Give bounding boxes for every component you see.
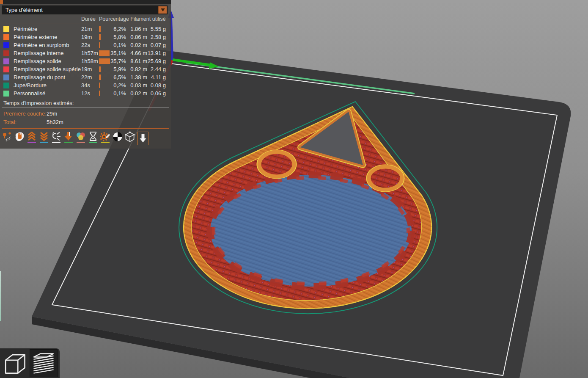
percent-value: 5,8% bbox=[110, 34, 126, 40]
percent-bar-zone bbox=[99, 91, 110, 96]
filament-length: 8.61 m bbox=[126, 58, 147, 64]
filament-weight: 0.06 g bbox=[147, 90, 166, 97]
percent-value: 5,9% bbox=[110, 66, 126, 72]
feature-label: Périmètre externe bbox=[14, 34, 81, 40]
feature-label: Remplissage solide supérieur bbox=[14, 66, 81, 72]
color-swatch bbox=[3, 74, 9, 80]
first-layer-value: 29m bbox=[47, 110, 57, 117]
feature-row-jupe-bordure[interactable]: Jupe/Bordure 34s 0,2% 0.03 m 0.08 g bbox=[0, 81, 171, 89]
feature-row-remplissage-solide[interactable]: Remplissage solide 1h58m 35,7% 8.61 m 25… bbox=[0, 57, 171, 65]
duration-value: 1h57m bbox=[81, 50, 99, 56]
duration-value: 22m bbox=[81, 74, 99, 80]
feature-label: Remplissage du pont bbox=[14, 74, 81, 80]
filament-weight: 2.58 g bbox=[147, 34, 166, 40]
view-type-dropdown[interactable]: Type d'élément bbox=[2, 6, 168, 14]
color-swatch bbox=[3, 50, 9, 56]
custom-gcode-icon[interactable] bbox=[99, 131, 111, 148]
chevron-down-icon bbox=[161, 8, 165, 11]
percent-bar-zone bbox=[99, 34, 110, 40]
duration-value: 19m bbox=[81, 34, 99, 40]
percent-bar-zone bbox=[99, 83, 110, 88]
filament-weight: 4.11 g bbox=[147, 74, 166, 80]
cube-icon bbox=[3, 351, 27, 375]
dropdown-arrow-button[interactable] bbox=[158, 6, 167, 14]
feature-label: Remplissage solide bbox=[14, 58, 81, 64]
feature-label: Remplissage interne bbox=[14, 50, 81, 56]
header-percentage: Pourcentage bbox=[99, 16, 128, 22]
percent-bar bbox=[99, 66, 101, 72]
percent-bar bbox=[99, 74, 101, 80]
first-layer-label: Première couche: bbox=[3, 110, 47, 117]
percent-bar bbox=[99, 58, 110, 64]
editor-3d-view-button[interactable] bbox=[1, 350, 28, 377]
percent-bar bbox=[99, 83, 100, 88]
percent-bar-zone bbox=[99, 50, 110, 56]
z-axis bbox=[171, 17, 172, 60]
wipe-icon[interactable] bbox=[13, 131, 25, 148]
shells-icon[interactable] bbox=[124, 131, 136, 148]
duration-value: 21m bbox=[81, 26, 99, 32]
percent-value: 0,1% bbox=[110, 90, 126, 97]
filament-weight: 0.07 g bbox=[147, 42, 166, 48]
header-duration: Durée bbox=[81, 16, 96, 22]
layers-icon bbox=[31, 351, 56, 375]
total-label: Total: bbox=[3, 119, 16, 125]
percent-bar-zone bbox=[99, 58, 110, 64]
feature-rows: Périmètre 21m 6,2% 1.86 m 5.55 g Périmèt… bbox=[0, 25, 171, 97]
feature-row-perimetre[interactable]: Périmètre 21m 6,2% 1.86 m 5.55 g bbox=[0, 25, 171, 33]
header-filament: Filament utilisé bbox=[129, 16, 167, 22]
filament-length: 0.03 m bbox=[126, 82, 147, 88]
color-changes-icon[interactable] bbox=[74, 131, 87, 148]
percent-bar-zone bbox=[99, 66, 110, 72]
filament-length: 1.38 m bbox=[126, 74, 147, 80]
feature-label: Personnalisé bbox=[14, 90, 81, 97]
feature-row-remplissage-solide-superieur[interactable]: Remplissage solide supérieur 19m 5,9% 0.… bbox=[0, 65, 171, 73]
feature-row-perimetre-surplomb[interactable]: Périmètre en surplomb 22s 0,1% 0.02 m 0.… bbox=[0, 41, 171, 49]
seams-icon[interactable] bbox=[50, 131, 62, 148]
total-value: 5h32m bbox=[47, 119, 63, 125]
filament-weight: 2.44 g bbox=[147, 66, 166, 72]
retractions-icon[interactable] bbox=[25, 131, 38, 148]
feature-label: Périmètre en surplomb bbox=[14, 42, 81, 48]
deretractions-icon[interactable] bbox=[38, 131, 50, 148]
color-swatch bbox=[3, 91, 9, 97]
top-orange-marker bbox=[0, 0, 3, 4]
tool-marker-icon[interactable] bbox=[137, 132, 148, 145]
travel-moves-icon[interactable] bbox=[1, 131, 13, 148]
percent-value: 35,1% bbox=[110, 50, 126, 56]
feature-row-remplissage-interne[interactable]: Remplissage interne 1h57m 35,1% 4.66 m 1… bbox=[0, 49, 171, 57]
divider bbox=[2, 108, 169, 108]
color-swatch bbox=[3, 26, 9, 32]
percent-value: 6,2% bbox=[110, 26, 126, 32]
filament-length: 0.02 m bbox=[126, 42, 147, 48]
preview-layers-view-button[interactable] bbox=[30, 349, 58, 377]
table-header: Durée Pourcentage Filament utilisé bbox=[0, 16, 171, 23]
view-type-value: Type d'élément bbox=[2, 7, 43, 13]
percent-bar bbox=[99, 26, 101, 32]
first-layer-row: Première couche: 29m bbox=[3, 110, 168, 118]
duration-value: 34s bbox=[81, 82, 99, 88]
percent-bar bbox=[99, 42, 100, 48]
total-row: Total: 5h32m bbox=[3, 119, 168, 127]
percent-bar bbox=[99, 91, 100, 96]
percent-bar bbox=[99, 34, 101, 40]
circle-hole-left bbox=[257, 150, 296, 178]
filament-weight: 5.55 g bbox=[147, 26, 166, 32]
feature-row-remplissage-du-pont[interactable]: Remplissage du pont 22m 6,5% 1.38 m 4.11… bbox=[0, 73, 171, 81]
circle-hole-right bbox=[367, 165, 404, 191]
filament-weight: 13.91 g bbox=[147, 50, 166, 56]
color-swatch bbox=[3, 58, 9, 64]
divider bbox=[2, 24, 169, 24]
feature-row-personnalise[interactable]: Personnalisé 12s 0,1% 0.02 m 0.06 g bbox=[0, 89, 171, 97]
percent-bar-zone bbox=[99, 26, 110, 32]
feature-row-perimetre-externe[interactable]: Périmètre externe 19m 5,8% 0.86 m 2.58 g bbox=[0, 33, 171, 41]
filament-length: 1.86 m bbox=[126, 26, 147, 32]
legend-top-strip bbox=[0, 0, 171, 4]
duration-value: 1h58m bbox=[81, 58, 99, 64]
tool-changes-icon[interactable] bbox=[62, 131, 74, 148]
percent-value: 35,7% bbox=[110, 58, 126, 64]
center-of-gravity-icon[interactable] bbox=[111, 131, 124, 148]
color-swatch bbox=[3, 42, 9, 48]
filament-length: 0.82 m bbox=[126, 66, 147, 72]
pause-prints-icon[interactable] bbox=[87, 131, 99, 148]
